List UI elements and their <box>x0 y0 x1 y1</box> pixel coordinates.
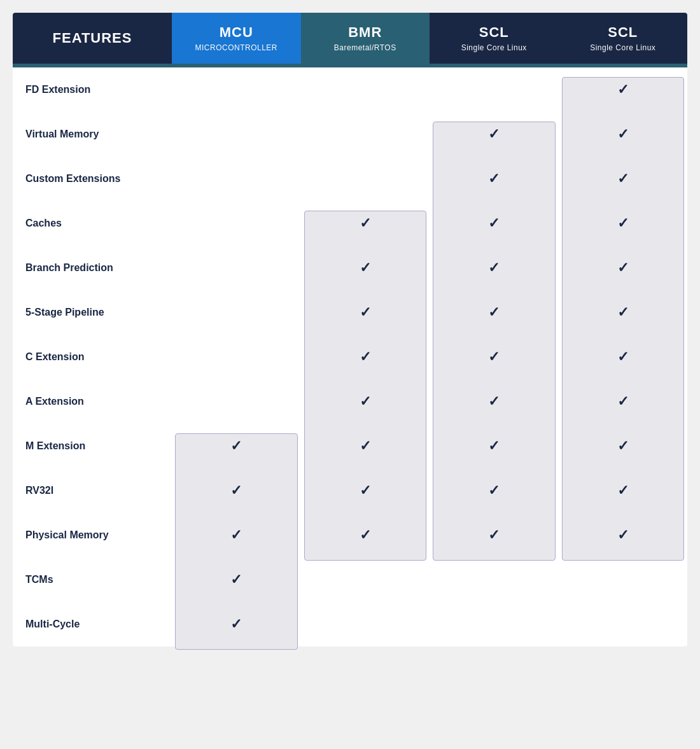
check-mark: ✓ <box>617 260 629 276</box>
check-cell-bmr: ✓ <box>301 298 430 327</box>
check-cell-scl2: ✓ <box>559 431 688 461</box>
check-cell-mcu <box>172 262 301 274</box>
feature-label: C Extension <box>13 342 172 372</box>
check-cell-bmr: ✓ <box>301 476 430 505</box>
scl1-header: SCL Single Core Linux <box>430 13 559 64</box>
header-row: FEATURES MCU MICROCONTROLLER BMR Baremet… <box>13 13 687 64</box>
check-cell-scl2 <box>559 618 688 631</box>
check-mark: ✓ <box>488 171 500 187</box>
check-mark: ✓ <box>488 349 500 365</box>
check-cell-scl1: ✓ <box>430 298 559 327</box>
check-cell-scl2: ✓ <box>559 476 688 505</box>
check-mark: ✓ <box>360 482 371 499</box>
check-mark: ✓ <box>488 126 500 143</box>
scl2-sub-label: Single Core Linux <box>590 43 655 52</box>
check-mark: ✓ <box>488 260 500 276</box>
check-mark: ✓ <box>360 304 371 321</box>
check-mark: ✓ <box>360 438 371 454</box>
check-cell-scl2: ✓ <box>559 75 688 104</box>
check-cell-scl1 <box>430 573 559 586</box>
check-cell-mcu <box>172 172 301 185</box>
check-cell-scl1: ✓ <box>430 253 559 283</box>
feature-label: Multi-Cycle <box>13 609 172 640</box>
feature-label: Caches <box>13 208 172 239</box>
scl1-main-label: SCL <box>479 24 509 41</box>
check-cell-scl1: ✓ <box>430 120 559 149</box>
body-rows-wrapper: FD Extension✓Virtual Memory✓✓Custom Exte… <box>13 67 687 647</box>
check-mark: ✓ <box>488 527 500 543</box>
mcu-main-label: MCU <box>220 24 253 41</box>
check-cell-mcu: ✓ <box>172 565 301 594</box>
check-mark: ✓ <box>617 482 629 499</box>
check-cell-bmr: ✓ <box>301 431 430 461</box>
check-mark: ✓ <box>617 126 629 143</box>
check-cell-scl2: ✓ <box>559 253 688 283</box>
scl2-main-label: SCL <box>608 24 638 41</box>
check-cell-scl2: ✓ <box>559 164 688 193</box>
feature-label: Physical Memory <box>13 520 172 550</box>
check-cell-bmr: ✓ <box>301 521 430 550</box>
feature-label: Custom Extensions <box>13 164 172 194</box>
check-cell-mcu <box>172 83 301 96</box>
check-cell-scl1 <box>430 83 559 96</box>
check-mark: ✓ <box>617 304 629 321</box>
check-mark: ✓ <box>617 527 629 543</box>
check-cell-mcu <box>172 306 301 319</box>
table-row: TCMs✓ <box>13 557 687 602</box>
check-cell-bmr: ✓ <box>301 387 430 416</box>
features-header: FEATURES <box>13 13 172 64</box>
check-cell-scl2: ✓ <box>559 209 688 238</box>
check-cell-scl2: ✓ <box>559 521 688 550</box>
check-cell-mcu: ✓ <box>172 476 301 505</box>
check-cell-scl1 <box>430 618 559 631</box>
feature-label: TCMs <box>13 564 172 595</box>
check-mark: ✓ <box>230 438 242 454</box>
check-mark: ✓ <box>360 527 371 543</box>
feature-label: M Extension <box>13 431 172 461</box>
check-cell-scl1: ✓ <box>430 209 559 238</box>
feature-label: Virtual Memory <box>13 119 172 150</box>
feature-label: Branch Prediction <box>13 253 172 283</box>
bmr-sub-label: Baremetal/RTOS <box>334 43 396 52</box>
check-cell-scl2: ✓ <box>559 298 688 327</box>
check-mark: ✓ <box>488 304 500 321</box>
check-cell-scl1: ✓ <box>430 342 559 372</box>
feature-label: A Extension <box>13 386 172 417</box>
features-label: FEATURES <box>53 30 132 46</box>
feature-label: FD Extension <box>13 74 172 105</box>
check-mark: ✓ <box>488 438 500 454</box>
check-cell-bmr: ✓ <box>301 209 430 238</box>
table-row: Multi-Cycle✓ <box>13 602 687 647</box>
check-mark: ✓ <box>488 482 500 499</box>
check-cell-bmr: ✓ <box>301 342 430 372</box>
check-mark: ✓ <box>230 527 242 543</box>
check-mark: ✓ <box>488 393 500 410</box>
check-mark: ✓ <box>230 571 242 588</box>
check-mark: ✓ <box>617 393 629 410</box>
mcu-header: MCU MICROCONTROLLER <box>172 13 301 64</box>
check-mark: ✓ <box>230 616 242 633</box>
check-cell-bmr <box>301 573 430 586</box>
check-mark: ✓ <box>360 215 371 232</box>
check-mark: ✓ <box>360 393 371 410</box>
check-cell-bmr <box>301 128 430 141</box>
scl1-sub-label: Single Core Linux <box>461 43 527 52</box>
check-cell-mcu: ✓ <box>172 431 301 461</box>
check-cell-bmr <box>301 618 430 631</box>
check-cell-scl1: ✓ <box>430 164 559 193</box>
check-cell-scl1: ✓ <box>430 387 559 416</box>
check-cell-scl2: ✓ <box>559 387 688 416</box>
feature-label: 5-Stage Pipeline <box>13 297 172 328</box>
check-mark: ✓ <box>488 215 500 232</box>
check-cell-bmr <box>301 172 430 185</box>
check-cell-mcu <box>172 395 301 408</box>
check-cell-scl1: ✓ <box>430 476 559 505</box>
check-mark: ✓ <box>617 438 629 454</box>
check-cell-scl2 <box>559 573 688 586</box>
check-mark: ✓ <box>617 349 629 365</box>
check-cell-bmr: ✓ <box>301 253 430 283</box>
check-cell-mcu <box>172 351 301 363</box>
check-cell-mcu: ✓ <box>172 610 301 639</box>
check-mark: ✓ <box>360 349 371 365</box>
check-cell-bmr <box>301 83 430 96</box>
